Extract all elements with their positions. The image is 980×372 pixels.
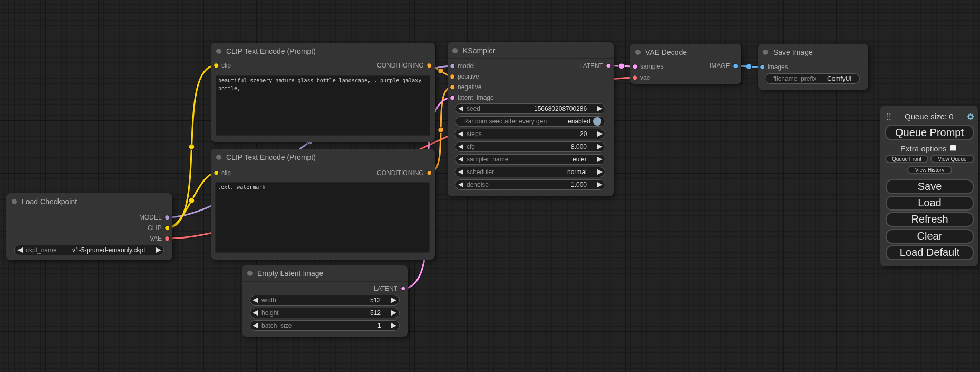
input-port-samples[interactable]: [632, 64, 637, 69]
increment-arrow-icon[interactable]: [597, 157, 603, 162]
save-button[interactable]: Save: [886, 179, 974, 194]
decrement-arrow-icon[interactable]: [253, 310, 258, 316]
widget-random-seed[interactable]: Random seed after every gen enabled: [455, 116, 605, 127]
extra-options-checkbox[interactable]: [950, 145, 956, 151]
load-button[interactable]: Load: [886, 196, 974, 211]
node-clip-text-encode-negative[interactable]: CLIP Text Encode (Prompt) clip CONDITION…: [211, 149, 435, 260]
link-dot: [619, 63, 625, 69]
widget-value[interactable]: v1-5-pruned-emaonly.ckpt: [72, 246, 145, 254]
node-vae-decode[interactable]: VAE Decode samples vae IMAGE: [630, 44, 741, 84]
output-label-clip: CLIP: [148, 224, 162, 232]
decrement-arrow-icon[interactable]: [458, 182, 463, 187]
widget-value[interactable]: 512: [370, 297, 381, 304]
link-dot: [438, 127, 444, 133]
view-queue-button[interactable]: View Queue: [930, 155, 974, 163]
node-title-bar[interactable]: Save Image: [758, 44, 868, 60]
widget-value[interactable]: euler: [573, 156, 587, 163]
decrement-arrow-icon[interactable]: [458, 169, 463, 175]
increment-arrow-icon[interactable]: [597, 131, 603, 137]
load-default-button[interactable]: Load Default: [886, 245, 974, 260]
widget-denoise[interactable]: denoise 1.000: [455, 179, 605, 190]
output-port-model[interactable]: [164, 215, 170, 220]
decrement-arrow-icon[interactable]: [458, 106, 463, 111]
input-label-vae: vae: [640, 74, 650, 81]
node-title: Empty Latent Image: [257, 269, 323, 278]
node-empty-latent-image[interactable]: Empty Latent Image LATENT width 512 heig…: [242, 265, 408, 337]
decrement-arrow-icon[interactable]: [253, 323, 258, 328]
widget-value[interactable]: 8.000: [571, 143, 587, 150]
widget-value[interactable]: ComfyUI: [827, 75, 852, 82]
node-graph-canvas[interactable]: Load Checkpoint MODEL CLIP VAE ckpt_name…: [0, 0, 980, 372]
queue-front-button[interactable]: Queue Front: [885, 155, 928, 163]
widget-steps[interactable]: steps 20: [455, 129, 605, 139]
input-port-clip[interactable]: [214, 63, 219, 68]
input-port-negative[interactable]: [450, 84, 455, 90]
node-ksampler[interactable]: KSampler model positive negative latent_…: [448, 42, 614, 196]
increment-arrow-icon[interactable]: [597, 182, 603, 187]
node-load-checkpoint[interactable]: Load Checkpoint MODEL CLIP VAE ckpt_name…: [6, 193, 172, 260]
node-title-bar[interactable]: KSampler: [448, 42, 614, 58]
increment-arrow-icon[interactable]: [391, 298, 396, 303]
clear-button[interactable]: Clear: [886, 229, 974, 244]
input-port-positive[interactable]: [450, 74, 455, 79]
increment-arrow-icon[interactable]: [391, 323, 396, 328]
widget-width[interactable]: width 512: [250, 295, 400, 306]
refresh-button[interactable]: Refresh: [886, 212, 974, 227]
widget-value[interactable]: 156680208700286: [534, 105, 587, 112]
decrement-arrow-icon[interactable]: [458, 157, 463, 162]
node-title-bar[interactable]: CLIP Text Encode (Prompt): [211, 149, 435, 165]
output-port-conditioning[interactable]: [426, 63, 432, 68]
link-dot: [438, 68, 444, 74]
output-port-latent[interactable]: [606, 63, 611, 69]
input-port-clip[interactable]: [214, 170, 219, 176]
widget-cfg[interactable]: cfg 8.000: [455, 141, 605, 152]
decrement-arrow-icon[interactable]: [17, 247, 23, 253]
node-title-bar[interactable]: Load Checkpoint: [6, 193, 172, 209]
view-history-button[interactable]: View History: [907, 166, 952, 174]
decrement-arrow-icon[interactable]: [458, 144, 463, 149]
input-port-images[interactable]: [760, 64, 765, 70]
node-title-bar[interactable]: CLIP Text Encode (Prompt): [211, 43, 435, 59]
widget-value[interactable]: 1.000: [571, 181, 587, 188]
widget-value[interactable]: 1: [377, 322, 381, 329]
input-port-latent-image[interactable]: [450, 95, 455, 100]
node-clip-text-encode-positive[interactable]: CLIP Text Encode (Prompt) clip CONDITION…: [211, 43, 435, 142]
node-title-bar[interactable]: Empty Latent Image: [242, 265, 408, 281]
increment-arrow-icon[interactable]: [597, 169, 603, 175]
extra-options-label: Extra options: [900, 144, 947, 153]
widget-scheduler[interactable]: scheduler normal: [455, 167, 605, 177]
widget-height[interactable]: height 512: [250, 308, 400, 318]
output-port-vae[interactable]: [164, 236, 170, 241]
node-status-dot: [247, 271, 253, 276]
widget-value[interactable]: 512: [370, 309, 381, 317]
widget-seed[interactable]: seed 156680208700286: [455, 103, 605, 114]
node-title-bar[interactable]: VAE Decode: [630, 44, 741, 60]
toggle-on-indicator[interactable]: [593, 117, 601, 126]
settings-gear-icon[interactable]: [967, 113, 974, 120]
widget-ckpt-name[interactable]: ckpt_name v1-5-pruned-emaonly.ckpt: [14, 245, 164, 255]
widget-filename-prefix[interactable]: filename_prefix ComfyUI: [765, 73, 860, 84]
input-port-vae[interactable]: [632, 75, 637, 80]
queue-prompt-button[interactable]: Queue Prompt: [885, 125, 974, 140]
increment-arrow-icon[interactable]: [597, 106, 603, 111]
prompt-textarea[interactable]: beautiful scenery nature glass bottle la…: [216, 75, 430, 136]
output-port-clip[interactable]: [164, 225, 170, 231]
node-title: CLIP Text Encode (Prompt): [226, 153, 316, 161]
decrement-arrow-icon[interactable]: [253, 298, 258, 303]
increment-arrow-icon[interactable]: [156, 247, 161, 253]
output-port-conditioning[interactable]: [426, 170, 432, 176]
node-save-image[interactable]: Save Image images filename_prefix ComfyU…: [758, 44, 868, 90]
output-port-latent[interactable]: [401, 286, 406, 291]
widget-value[interactable]: 20: [580, 130, 587, 138]
prompt-textarea[interactable]: text, watermark: [215, 182, 430, 253]
widget-label: height: [261, 309, 279, 317]
widget-batch-size[interactable]: batch_size 1: [250, 320, 400, 331]
decrement-arrow-icon[interactable]: [458, 131, 463, 137]
widget-sampler-name[interactable]: sampler_name euler: [455, 154, 605, 165]
increment-arrow-icon[interactable]: [391, 310, 396, 316]
output-port-image[interactable]: [733, 63, 738, 69]
increment-arrow-icon[interactable]: [597, 144, 603, 149]
widget-value[interactable]: normal: [567, 168, 587, 176]
input-port-model[interactable]: [450, 63, 455, 69]
input-label-samples: samples: [640, 63, 664, 70]
